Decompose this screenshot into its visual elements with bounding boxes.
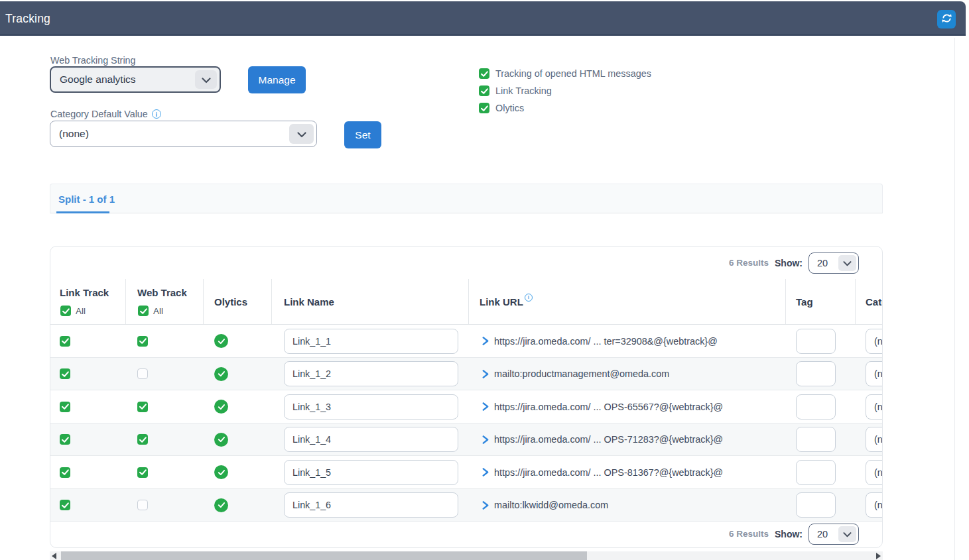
results-count: 6 Results (729, 529, 769, 539)
link-track-checkbox[interactable] (60, 336, 70, 347)
select-all-web-track[interactable]: All (138, 306, 163, 316)
link-name-input[interactable] (284, 361, 458, 386)
web-tracking-string-value: Google analytics (60, 68, 136, 91)
results-bar-bottom: 6 Results Show: 20 (729, 520, 859, 547)
scroll-right-arrow-icon[interactable] (874, 551, 883, 560)
tag-input[interactable] (796, 394, 836, 420)
link-url-text: https://jira.omeda.com/ ... ter=32908&@{… (494, 336, 718, 347)
tab-split[interactable]: Split - 1 of 1 (56, 184, 117, 213)
category-default-value-select[interactable]: (none) (50, 121, 317, 147)
checkbox-checked-icon[interactable] (138, 306, 149, 316)
column-header-web-track: Web Track All (125, 279, 203, 325)
link-track-checkbox[interactable] (60, 402, 70, 412)
category-select[interactable]: (none) (866, 394, 883, 420)
manage-button[interactable]: Manage (248, 66, 306, 93)
category-select[interactable]: (none) (866, 329, 883, 354)
link-track-checkbox[interactable] (60, 500, 70, 510)
tab-strip: Split - 1 of 1 (50, 184, 883, 213)
web-track-checkbox[interactable] (137, 368, 148, 379)
results-bar-top: 6 Results Show: 20 (729, 247, 859, 279)
refresh-icon (941, 13, 952, 26)
link-url-text: mailto:lkwidd@omeda.com (494, 500, 608, 510)
column-header-link-name: Link Name (271, 279, 468, 325)
web-track-checkbox[interactable] (137, 336, 148, 347)
checkbox-checked-icon[interactable] (60, 306, 71, 316)
chevron-right-icon[interactable] (481, 500, 489, 510)
table-row: https://jira.omeda.com/ ... ter=32908&@{… (50, 325, 883, 358)
tracking-option[interactable]: Link Tracking (479, 85, 651, 96)
active-tab-underline (56, 211, 109, 213)
tag-input[interactable] (796, 361, 836, 386)
show-select[interactable]: 20 (808, 524, 859, 545)
info-icon[interactable]: i (525, 294, 533, 302)
link-name-input[interactable] (284, 427, 458, 452)
tag-input[interactable] (796, 427, 836, 452)
scrollbar-thumb[interactable] (61, 551, 587, 560)
chevron-right-icon[interactable] (481, 435, 489, 445)
column-header-category: Category (855, 279, 883, 325)
column-header-link-track: Link Track All (50, 279, 125, 325)
link-url-text: https://jira.omeda.com/ ... OPS-65567?@{… (494, 402, 723, 412)
category-select[interactable]: (none) (866, 361, 883, 386)
tag-input[interactable] (796, 492, 836, 518)
scroll-area-divider (954, 38, 955, 560)
link-url-text: https://jira.omeda.com/ ... OPS-71283?@{… (494, 434, 723, 445)
show-value: 20 (817, 253, 828, 273)
tracking-option[interactable]: Tracking of opened HTML messages (479, 68, 651, 79)
checkbox-checked-icon[interactable] (479, 68, 489, 79)
chevron-right-icon[interactable] (481, 336, 489, 346)
table-header-row: Link Track All Web Track All (50, 279, 883, 325)
link-name-input[interactable] (284, 394, 458, 420)
olytics-enabled-icon (214, 465, 228, 479)
chevron-right-icon[interactable] (481, 467, 489, 477)
checkbox-checked-icon[interactable] (479, 103, 489, 113)
table-row: https://jira.omeda.com/ ... OPS-71283?@{… (50, 423, 883, 457)
link-track-checkbox[interactable] (60, 467, 70, 478)
column-header-link-url: Link URL i (468, 279, 785, 325)
link-name-input[interactable] (284, 460, 458, 485)
link-name-input[interactable] (284, 329, 458, 354)
chevron-down-icon (289, 124, 314, 144)
tracking-options: Tracking of opened HTML messages Link Tr… (479, 68, 651, 120)
horizontal-scrollbar[interactable] (50, 551, 883, 560)
scroll-left-arrow-icon[interactable] (50, 551, 58, 560)
chevron-down-icon (838, 255, 856, 271)
set-button[interactable]: Set (344, 121, 381, 148)
category-select[interactable]: (none) (866, 492, 883, 518)
show-label: Show: (775, 529, 803, 539)
refresh-button[interactable] (937, 10, 956, 28)
web-track-checkbox[interactable] (137, 434, 148, 445)
category-select[interactable]: (none) (866, 427, 883, 452)
web-track-checkbox[interactable] (137, 467, 148, 478)
checkbox-checked-icon[interactable] (479, 85, 489, 96)
info-icon[interactable]: i (152, 109, 161, 119)
column-header-olytics: Olytics (203, 279, 271, 325)
chevron-right-icon[interactable] (481, 369, 489, 379)
tracking-page: Tracking Web Tracking String Google anal… (0, 0, 969, 560)
category-default-value-label: Category Default Value i (50, 109, 161, 119)
table-row: mailto:lkwidd@omeda.com (none) (50, 489, 883, 522)
web-track-checkbox[interactable] (137, 402, 148, 412)
column-header-tag: Tag (785, 279, 855, 325)
olytics-enabled-icon (214, 334, 228, 348)
link-track-checkbox[interactable] (60, 434, 70, 445)
web-track-checkbox[interactable] (137, 500, 148, 510)
web-tracking-string-select[interactable]: Google analytics (50, 66, 221, 93)
link-name-input[interactable] (284, 492, 458, 518)
chevron-right-icon[interactable] (481, 402, 489, 412)
tracking-option[interactable]: Olytics (479, 103, 651, 113)
link-track-checkbox[interactable] (60, 368, 70, 379)
results-count: 6 Results (729, 258, 769, 268)
show-value: 20 (817, 524, 828, 544)
tag-input[interactable] (796, 329, 836, 354)
chevron-down-icon (195, 70, 217, 89)
tag-input[interactable] (796, 460, 836, 485)
table-rows: https://jira.omeda.com/ ... ter=32908&@{… (50, 325, 883, 522)
table-row: mailto:productmanagement@omeda.com (none… (50, 358, 883, 391)
show-select[interactable]: 20 (808, 252, 859, 274)
select-all-link-track[interactable]: All (60, 306, 86, 316)
table-row: https://jira.omeda.com/ ... OPS-81367?@{… (50, 456, 883, 489)
category-select[interactable]: (none) (866, 460, 883, 485)
links-table: Link Track All Web Track All (50, 279, 882, 522)
olytics-enabled-icon (214, 433, 228, 447)
